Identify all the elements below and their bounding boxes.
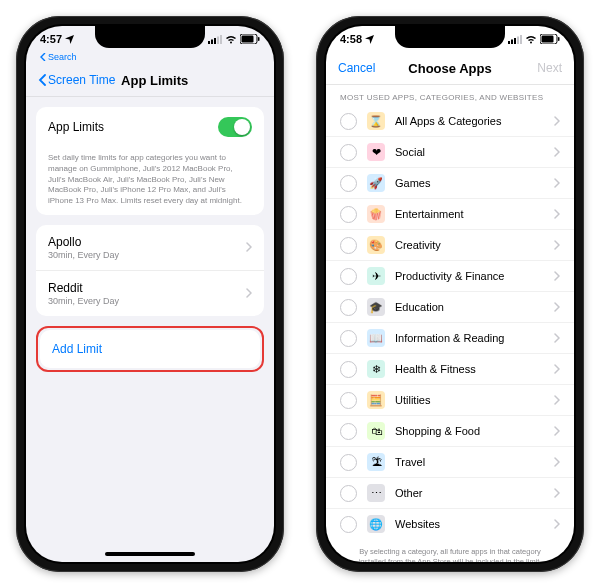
notch xyxy=(395,26,505,48)
navbar: Cancel Choose Apps Next xyxy=(326,52,574,85)
cellular-icon xyxy=(508,35,522,44)
category-label: Games xyxy=(395,177,538,189)
back-button[interactable]: Screen Time xyxy=(38,73,115,87)
limit-row[interactable]: Reddit30min, Every Day xyxy=(36,270,264,316)
category-icon: ⋯ xyxy=(367,484,385,502)
chevron-right-icon xyxy=(554,488,560,498)
chevron-right-icon xyxy=(246,288,252,298)
category-icon: 🎓 xyxy=(367,298,385,316)
chevron-left-icon xyxy=(38,74,46,86)
category-icon: 📖 xyxy=(367,329,385,347)
svg-rect-0 xyxy=(208,41,210,44)
status-time: 4:57 xyxy=(40,33,62,45)
category-row[interactable]: 📖Information & Reading xyxy=(326,322,574,353)
svg-rect-1 xyxy=(211,39,213,44)
radio-unchecked[interactable] xyxy=(340,485,357,502)
svg-rect-15 xyxy=(558,37,560,41)
page-title: Choose Apps xyxy=(408,61,491,76)
category-icon: 🌐 xyxy=(367,515,385,533)
chevron-right-icon xyxy=(554,519,560,529)
home-indicator[interactable] xyxy=(105,552,195,556)
radio-unchecked[interactable] xyxy=(340,299,357,316)
category-label: Creativity xyxy=(395,239,538,251)
category-icon: ❤ xyxy=(367,143,385,161)
phone-choose-apps: 4:58 Cancel Choose Apps Next MOST USED A… xyxy=(316,16,584,572)
radio-unchecked[interactable] xyxy=(340,268,357,285)
category-row[interactable]: ❤Social xyxy=(326,136,574,167)
phone-app-limits: 4:57 Search Screen Time App Limits xyxy=(16,16,284,572)
cellular-icon xyxy=(208,35,222,44)
category-row[interactable]: 🌐Websites xyxy=(326,508,574,539)
radio-unchecked[interactable] xyxy=(340,206,357,223)
category-row[interactable]: 🎓Education xyxy=(326,291,574,322)
limit-row[interactable]: Apollo30min, Every Day xyxy=(36,225,264,270)
category-row[interactable]: ✈Productivity & Finance xyxy=(326,260,574,291)
category-row[interactable]: ⋯Other xyxy=(326,477,574,508)
category-icon: 🛍 xyxy=(367,422,385,440)
category-label: Shopping & Food xyxy=(395,425,538,437)
svg-rect-7 xyxy=(258,37,260,41)
page-title: App Limits xyxy=(121,73,188,88)
next-button[interactable]: Next xyxy=(494,61,562,75)
add-limit-label: Add Limit xyxy=(52,342,102,356)
radio-unchecked[interactable] xyxy=(340,330,357,347)
category-row[interactable]: 🍿Entertainment xyxy=(326,198,574,229)
category-row[interactable]: ⌛All Apps & Categories xyxy=(326,106,574,136)
category-label: Social xyxy=(395,146,538,158)
category-label: Information & Reading xyxy=(395,332,538,344)
chevron-right-icon xyxy=(554,209,560,219)
chevron-right-icon xyxy=(554,457,560,467)
limit-name: Reddit xyxy=(48,281,240,295)
radio-unchecked[interactable] xyxy=(340,423,357,440)
add-limit-highlight: Add Limit xyxy=(36,326,264,372)
radio-unchecked[interactable] xyxy=(340,361,357,378)
category-row[interactable]: 🚀Games xyxy=(326,167,574,198)
breadcrumb-search[interactable]: Search xyxy=(26,52,274,64)
svg-rect-12 xyxy=(520,35,522,44)
category-label: Entertainment xyxy=(395,208,538,220)
category-icon: 🎨 xyxy=(367,236,385,254)
category-label: Travel xyxy=(395,456,538,468)
radio-unchecked[interactable] xyxy=(340,516,357,533)
svg-rect-8 xyxy=(508,41,510,44)
category-label: Health & Fitness xyxy=(395,363,538,375)
category-row[interactable]: 🏝Travel xyxy=(326,446,574,477)
chevron-right-icon xyxy=(554,178,560,188)
battery-icon xyxy=(240,34,260,44)
svg-rect-10 xyxy=(514,38,516,44)
radio-unchecked[interactable] xyxy=(340,113,357,130)
radio-unchecked[interactable] xyxy=(340,454,357,471)
chevron-right-icon xyxy=(554,116,560,126)
category-row[interactable]: 🧮Utilities xyxy=(326,384,574,415)
limit-name: Apollo xyxy=(48,235,240,249)
radio-unchecked[interactable] xyxy=(340,237,357,254)
limit-detail: 30min, Every Day xyxy=(48,250,240,260)
chevron-right-icon xyxy=(554,395,560,405)
svg-rect-3 xyxy=(217,36,219,44)
category-icon: ⌛ xyxy=(367,112,385,130)
category-row[interactable]: 🎨Creativity xyxy=(326,229,574,260)
category-row[interactable]: 🛍Shopping & Food xyxy=(326,415,574,446)
breadcrumb-label: Search xyxy=(48,52,77,62)
add-limit-button[interactable]: Add Limit xyxy=(40,330,260,368)
toggle-label: App Limits xyxy=(48,120,218,134)
location-icon xyxy=(65,35,74,44)
toggle-switch[interactable] xyxy=(218,117,252,137)
chevron-right-icon xyxy=(554,240,560,250)
wifi-icon xyxy=(525,35,537,44)
category-list: ⌛All Apps & Categories❤Social🚀Games🍿Ente… xyxy=(326,106,574,539)
notch xyxy=(95,26,205,48)
category-row[interactable]: ❄Health & Fitness xyxy=(326,353,574,384)
category-label: Other xyxy=(395,487,538,499)
radio-unchecked[interactable] xyxy=(340,175,357,192)
category-icon: 🍿 xyxy=(367,205,385,223)
category-label: Utilities xyxy=(395,394,538,406)
category-icon: ✈ xyxy=(367,267,385,285)
cancel-button[interactable]: Cancel xyxy=(338,61,406,75)
chevron-right-icon xyxy=(554,426,560,436)
status-time: 4:58 xyxy=(340,33,362,45)
radio-unchecked[interactable] xyxy=(340,144,357,161)
app-limits-toggle-row[interactable]: App Limits xyxy=(36,107,264,147)
back-label: Screen Time xyxy=(48,73,115,87)
radio-unchecked[interactable] xyxy=(340,392,357,409)
